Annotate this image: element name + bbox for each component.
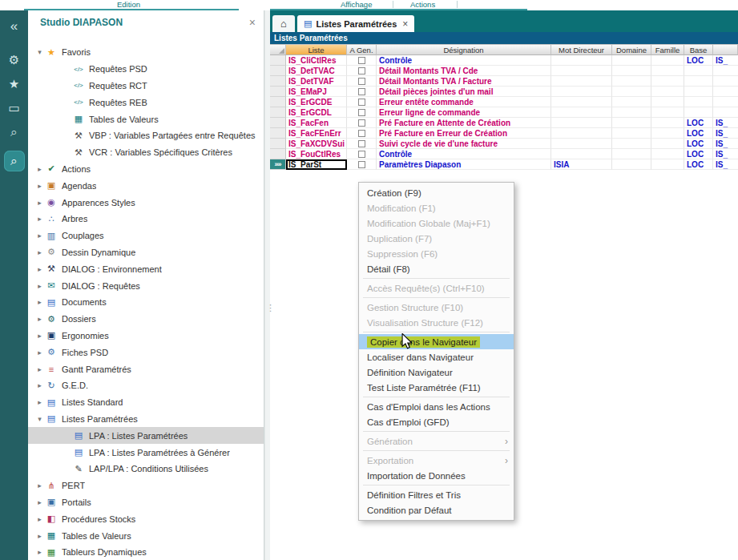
cell-base[interactable]: LOC <box>684 159 713 170</box>
cell-ref[interactable]: IS_ <box>713 128 738 139</box>
tree-item[interactable]: ▤LPA : Listes Paramétrées à Générer <box>28 444 264 461</box>
tree-item[interactable]: ▤LPA : Listes Paramétrées <box>28 427 264 444</box>
checkbox-unchecked[interactable] <box>358 130 365 137</box>
chevron-right-icon[interactable]: ▸ <box>34 265 45 273</box>
tree-item[interactable]: ▸✉DIALOG : Requêtes <box>28 277 264 294</box>
table-row[interactable]: »»IS_ParStParamètres DiapasonISIALOCIS_ <box>270 159 738 170</box>
checkbox-unchecked[interactable] <box>358 140 365 147</box>
chevron-right-icon[interactable]: ▸ <box>34 199 45 207</box>
cell-a-gen[interactable] <box>347 97 377 107</box>
cell-designation[interactable]: Pré Facture en Attente de Création <box>377 118 551 128</box>
chevron-right-icon[interactable]: ▸ <box>34 398 45 406</box>
cell-base[interactable] <box>684 97 713 107</box>
cell-ref[interactable] <box>713 87 738 97</box>
cell-domaine[interactable] <box>612 139 651 149</box>
cell-mot-directeur[interactable] <box>551 107 612 118</box>
cell-ref[interactable]: IS_ <box>713 159 738 170</box>
tree-item[interactable]: ▸▣Portails <box>28 494 264 511</box>
cell-designation[interactable]: Pré Facture en Erreur de Création <box>377 128 551 139</box>
cell-liste[interactable]: IS_DetTVAC <box>286 66 347 76</box>
cell-liste[interactable]: IS_EMaPJ <box>286 87 347 97</box>
cell-domaine[interactable] <box>612 149 651 159</box>
table-row[interactable]: IS_DetTVACDétail Montants TVA / Cde <box>270 66 738 76</box>
chevron-right-icon[interactable]: ▸ <box>34 298 45 306</box>
cell-designation[interactable]: Erreur ligne de commande <box>377 107 551 118</box>
table-row[interactable]: IS_DetTVAFDétail Montants TVA / Facture <box>270 76 738 87</box>
favorites-star-icon[interactable]: ★ <box>0 72 28 96</box>
tree-item[interactable]: </>Requêtes RCT <box>28 78 264 95</box>
splitter-handle-icon[interactable]: ⋮ <box>266 305 275 310</box>
cell-liste[interactable]: IS_ParSt <box>286 159 347 170</box>
cell-mot-directeur[interactable] <box>551 139 612 149</box>
tree-item[interactable]: ▸⋔PERT <box>28 477 264 494</box>
tree-item[interactable]: ▸▦Tables de Valeurs <box>28 527 264 544</box>
chevron-right-icon[interactable]: ▸ <box>34 232 45 240</box>
chevron-right-icon[interactable]: ▸ <box>34 182 45 190</box>
checkbox-unchecked[interactable] <box>358 99 365 106</box>
chevron-right-icon[interactable]: ▸ <box>34 332 45 340</box>
chevron-right-icon[interactable]: ▸ <box>34 481 45 489</box>
cell-base[interactable]: LOC <box>684 139 713 149</box>
checkbox-unchecked[interactable] <box>358 78 365 85</box>
cell-ref[interactable]: IS_ <box>713 149 738 159</box>
menu-item[interactable]: Gestion Structure (F10) <box>359 300 514 315</box>
tree-item[interactable]: ▸⚒DIALOG : Environnement <box>28 260 264 277</box>
menu-actions[interactable]: Actions <box>410 0 435 9</box>
checkbox-unchecked[interactable] <box>358 119 365 127</box>
cell-mot-directeur[interactable] <box>551 149 612 159</box>
table-row[interactable]: IS_ErGCDEErreur entête commande <box>270 97 738 107</box>
cell-mot-directeur[interactable] <box>551 97 612 107</box>
cell-a-gen[interactable] <box>347 139 377 149</box>
chevron-right-icon[interactable]: ▸ <box>34 215 45 223</box>
cell-liste[interactable]: IS_ErGCDL <box>286 107 347 118</box>
cell-base[interactable]: LOC <box>684 128 713 139</box>
chevron-down-icon[interactable]: ▾ <box>34 48 45 56</box>
tree-item[interactable]: ▸▦Tableurs Dynamiques <box>28 544 264 560</box>
menu-item[interactable]: Suppression (F6) <box>359 246 514 261</box>
checkbox-unchecked[interactable] <box>358 109 365 116</box>
tree-item[interactable]: ⚒VCR : Variables Spécifiques Critères <box>28 144 264 161</box>
cell-a-gen[interactable] <box>347 159 377 170</box>
chevron-right-icon[interactable]: ▸ <box>34 365 45 373</box>
menu-affichage[interactable]: Affichage <box>341 0 372 9</box>
cell-mot-directeur[interactable] <box>551 87 612 97</box>
checkbox-unchecked[interactable] <box>358 161 365 168</box>
cell-base[interactable]: LOC <box>684 55 713 66</box>
column-header[interactable]: Domaine <box>612 44 651 55</box>
tree-item[interactable]: ▸▣Agendas <box>28 177 264 194</box>
cell-famille[interactable] <box>651 128 684 139</box>
cell-designation[interactable]: Suivi cycle de vie d'une facture <box>377 139 551 149</box>
checkbox-unchecked[interactable] <box>358 151 365 158</box>
cell-liste[interactable]: IS_ErGCDE <box>286 97 347 107</box>
menu-edition[interactable]: Edition <box>117 0 140 9</box>
checkbox-unchecked[interactable] <box>358 88 365 95</box>
collapse-panel-icon[interactable]: « <box>0 14 28 38</box>
cell-mot-directeur[interactable] <box>551 66 612 76</box>
cell-designation[interactable]: Détail pièces jointes d'un mail <box>377 87 551 97</box>
tree-item[interactable]: ▸∴Arbres <box>28 211 264 228</box>
cell-famille[interactable] <box>651 66 684 76</box>
tree-item[interactable]: ▸⚙Dessin Dynamique <box>28 244 264 261</box>
cell-ref[interactable]: IS_ <box>713 55 738 66</box>
table-row[interactable]: IS_FacFenPré Facture en Attente de Créat… <box>270 118 738 128</box>
menu-item[interactable]: Modification (F1) <box>359 200 514 216</box>
menu-item[interactable]: Localiser dans Navigateur <box>359 349 514 365</box>
cell-liste[interactable]: IS_FaXCDVSui <box>286 139 347 149</box>
menu-item[interactable]: Test Liste Paramétrée (F11) <box>359 380 514 395</box>
column-header[interactable]: Mot Directeur <box>551 44 612 55</box>
chevron-right-icon[interactable]: ▸ <box>34 248 45 256</box>
checkbox-unchecked[interactable] <box>358 57 365 64</box>
menu-item[interactable]: Exportation› <box>359 453 514 468</box>
cell-liste[interactable]: IS_FacFEnErr <box>286 128 347 139</box>
cell-mot-directeur[interactable] <box>551 128 612 139</box>
tree-item[interactable]: </>Requêtes PSD <box>28 61 264 78</box>
chevron-right-icon[interactable]: ▸ <box>34 515 45 523</box>
cell-base[interactable]: LOC <box>684 149 713 159</box>
tree-item[interactable]: ▸◉Apparences Styles <box>28 194 264 211</box>
cell-liste[interactable]: IS_FouCtlRes <box>286 149 347 159</box>
tree-item[interactable]: ▸◧Procédures Stocks <box>28 510 264 527</box>
cell-mot-directeur[interactable] <box>551 55 612 66</box>
tab-home[interactable]: ⌂ <box>272 15 295 32</box>
search-active-icon[interactable]: ⌕ <box>0 149 28 173</box>
cell-ref[interactable] <box>713 97 738 107</box>
